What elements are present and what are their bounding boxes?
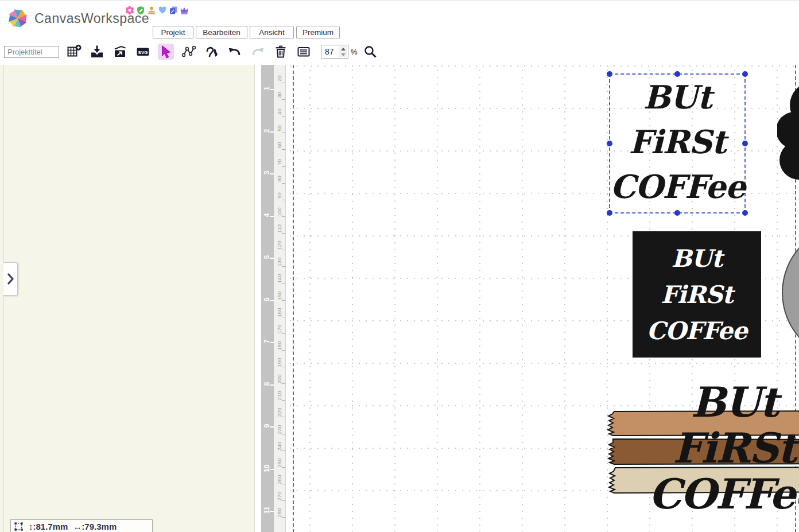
- zoom-search-button[interactable]: [362, 44, 378, 60]
- design-text-lines: BUt FiRSt COFFee: [610, 75, 744, 209]
- ruler-mm-label: 220: [276, 407, 282, 418]
- ruler-mm-tick: [282, 417, 285, 417]
- ruler-mm-label: 170: [276, 324, 282, 334]
- ruler-mm-tick: [282, 116, 285, 117]
- download-button[interactable]: [89, 44, 105, 60]
- selection-handle-middle-right[interactable]: [742, 141, 748, 146]
- design-canvas[interactable]: BUt FiRSt COFFee: [286, 65, 799, 532]
- ruler-inch-tick: [270, 216, 274, 217]
- ruler-mm-tick: [282, 149, 285, 150]
- export-button[interactable]: [112, 44, 128, 60]
- workspace-content: ↕:81.7mm ↔:79.3mm 1234567891011 20304050…: [0, 65, 799, 532]
- triangle-up-icon: [341, 48, 346, 51]
- ruler-mm-tick: [282, 383, 285, 384]
- ruler-mm-label: 180: [276, 340, 282, 351]
- selection-height-value: ↕:81.7mm: [29, 522, 68, 531]
- ruler-inch-label: 11: [263, 506, 271, 515]
- delete-button[interactable]: [273, 44, 289, 60]
- ruler-mm-label: 90: [276, 190, 282, 200]
- ruler-mm-tick: [282, 83, 285, 83]
- design-text-selected[interactable]: BUt FiRSt COFFee: [609, 73, 746, 213]
- ruler-mm-tick: [282, 333, 285, 334]
- redo-icon: [250, 44, 265, 59]
- selection-handle-bottom-left[interactable]: [607, 210, 612, 216]
- shield-icon[interactable]: [136, 6, 145, 15]
- side-panel: ↕:81.7mm ↔:79.3mm: [0, 65, 255, 532]
- ruler-mm-label: 210: [276, 391, 282, 401]
- ruler-mm-tick: [282, 467, 285, 468]
- canvasworkspace-app: CanvasWorkspace: [0, 0, 799, 532]
- panel-divider: [3, 65, 4, 532]
- zoom-increase-button[interactable]: [339, 46, 347, 52]
- tab-premium[interactable]: Premium: [296, 26, 340, 38]
- selection-handle-top-right[interactable]: [742, 71, 748, 77]
- ruler-mm-tick: [282, 183, 285, 184]
- design-horizontal-stripes-text[interactable]: BUt FiRSt COFFee: [605, 379, 799, 532]
- heart-icon[interactable]: [158, 6, 167, 15]
- ruler-inch-label: 8: [263, 379, 271, 389]
- ruler-inch-tick: [270, 385, 274, 386]
- tab-projekt[interactable]: Projekt: [153, 26, 193, 38]
- design-speech-bubble[interactable]: BUt FiRSt COFFee: [777, 75, 799, 210]
- ruler-inch-tick: [270, 469, 274, 470]
- selection-size-status: ↕:81.7mm ↔:79.3mm: [10, 519, 153, 532]
- app-header: CanvasWorkspace: [0, 1, 799, 38]
- crown-icon[interactable]: [180, 6, 189, 15]
- main-toolbar: SVG: [0, 38, 799, 65]
- selection-handle-top-left[interactable]: [607, 71, 612, 77]
- select-tool-button[interactable]: [158, 44, 174, 60]
- ruler-mm-tick: [282, 451, 285, 451]
- ruler-mm-label: 130: [276, 257, 282, 267]
- ruler-inch-tick: [270, 300, 274, 301]
- download-icon: [90, 44, 104, 59]
- ruler-mm-label: 270: [276, 491, 282, 502]
- design-gray-circle[interactable]: BUt FiRSt COFFee: [782, 224, 799, 361]
- circle-text-lines: BUt FiRSt COFFee: [783, 242, 799, 348]
- ruler-inch-label: 2: [263, 126, 271, 135]
- flower-icon[interactable]: [125, 6, 134, 15]
- zoom-decrease-button[interactable]: [339, 52, 347, 57]
- ruler-inch-label: 6: [263, 295, 271, 304]
- pages-icon[interactable]: [169, 6, 178, 15]
- svg-import-button[interactable]: SVG: [135, 44, 151, 60]
- project-title-input[interactable]: [4, 46, 59, 58]
- selection-handle-bottom-right[interactable]: [742, 210, 748, 216]
- selection-size-icon: [14, 522, 24, 531]
- tab-ansicht[interactable]: Ansicht: [250, 26, 294, 38]
- design-black-square[interactable]: BUt FiRSt COFFee: [633, 231, 761, 358]
- ruler-inch-tick: [270, 342, 274, 343]
- selection-handle-bottom-middle[interactable]: [674, 210, 680, 216]
- magnifier-icon: [363, 44, 378, 59]
- undo-button[interactable]: [227, 44, 243, 60]
- ruler-mm-tick: [282, 266, 285, 267]
- zoom-control: [321, 45, 348, 59]
- svg-text:SVG: SVG: [138, 50, 148, 55]
- zoom-spinner: [339, 46, 347, 57]
- ruler-inch-label: 10: [263, 464, 271, 473]
- zoom-value-input[interactable]: [321, 46, 341, 57]
- properties-button[interactable]: [296, 44, 312, 60]
- ruler-mm-tick: [282, 283, 285, 284]
- square-text-lines: BUt FiRSt COFFee: [633, 240, 761, 349]
- node-edit-tool-button[interactable]: [181, 44, 197, 60]
- ruler-mm-tick: [282, 133, 285, 133]
- export-box-icon: [113, 44, 127, 59]
- bottom-text-lines: BUt FiRSt COFFee: [608, 379, 799, 517]
- zoom-percent-label: %: [351, 48, 358, 56]
- redo-button[interactable]: [250, 44, 266, 60]
- new-mat-button[interactable]: [66, 44, 82, 60]
- draw-path-tool-button[interactable]: [204, 44, 220, 60]
- tab-bearbeiten[interactable]: Bearbeiten: [196, 26, 247, 38]
- stamp-icon[interactable]: [147, 6, 156, 15]
- ruler-mm-label: 120: [276, 240, 282, 251]
- ruler-mm-label: 150: [276, 290, 282, 301]
- ruler-mm-tick: [282, 350, 285, 351]
- ruler-inch-label: 3: [263, 168, 271, 177]
- panel-expand-button[interactable]: [3, 262, 18, 296]
- selection-handle-top-middle[interactable]: [674, 71, 680, 77]
- ruler-mm-label: 100: [276, 207, 282, 217]
- selection-handle-middle-left[interactable]: [607, 141, 612, 146]
- ruler-mm-label: 80: [276, 173, 282, 184]
- ruler-inch-label: 5: [263, 253, 271, 262]
- ruler-mm-label: 60: [276, 140, 282, 150]
